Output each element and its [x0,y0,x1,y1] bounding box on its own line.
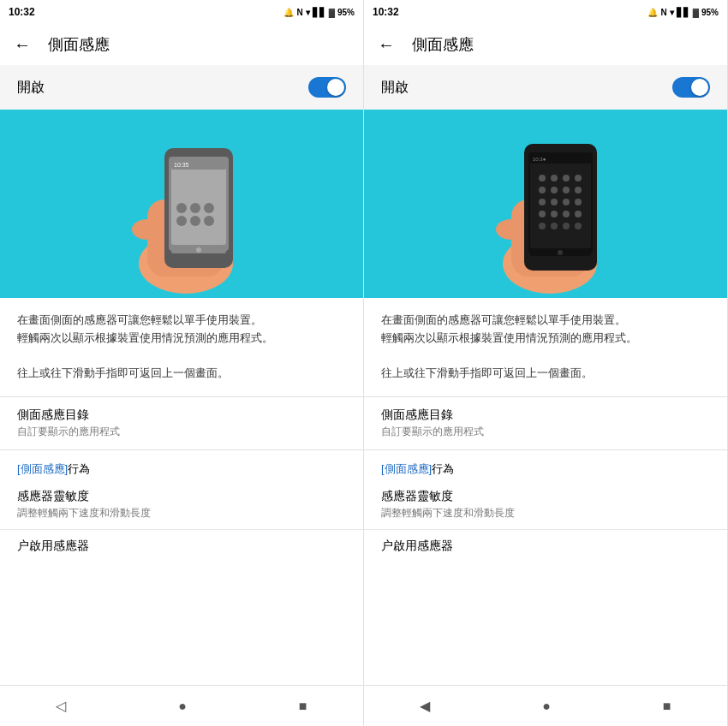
battery-pct-left: 95% [337,8,355,17]
svg-point-42 [551,223,558,229]
svg-point-31 [563,187,570,193]
menu-item-title-right: 側面感應目錄 [381,408,710,423]
nav-home-right[interactable]: ● [525,692,568,721]
signal-icon-r: ▋▋ [677,8,690,17]
svg-point-33 [539,199,546,205]
nav-recent-right[interactable]: ■ [646,692,689,721]
sensitivity-title-right: 感應器靈敏度 [381,489,710,504]
svg-point-25 [539,175,546,182]
nfc-icon: N [296,8,302,17]
toggle-row-right: 開啟 [364,65,727,110]
top-bar-right: ← 側面感應 [364,24,727,65]
top-bar-left: ← 側面感應 [0,24,363,65]
svg-point-29 [539,187,546,193]
desc-line1-left: 在畫面側面的感應器可讓您輕鬆以單手使用裝置。 [17,312,346,330]
svg-point-11 [176,216,187,226]
nav-back-right[interactable]: ◀ [403,691,447,721]
illustration-right: 10:3● [364,110,727,298]
toggle-label-right: 開啟 [381,79,409,97]
nav-back-left[interactable]: ◁ [39,691,83,721]
status-bar-left: 10:32 🔔 N ▾ ▋▋ ▓ 95% [0,0,363,24]
svg-point-13 [204,216,214,226]
svg-point-36 [575,199,582,205]
svg-point-27 [563,175,570,182]
wifi-icon-r: ▾ [670,8,674,17]
battery-pct-right: 95% [701,8,719,17]
svg-point-26 [551,175,558,182]
menu-item-catalog-right[interactable]: 側面感應目錄 自訂要顯示的應用程式 [364,396,727,449]
status-bar-right: 10:32 🔔 N ▾ ▋▋ ▓ 95% [364,0,727,24]
svg-point-39 [563,211,570,217]
description-left: 在畫面側面的感應器可讓您輕鬆以單手使用裝置。 輕觸兩次以顯示根據裝置使用情況預測… [0,298,363,396]
wifi-icon: ▾ [306,8,310,17]
link-normal-left: 行為 [68,462,90,475]
svg-point-15 [196,247,201,253]
toggle-switch-left[interactable] [308,77,346,98]
svg-rect-16 [233,191,237,217]
svg-point-35 [563,199,570,205]
sensitivity-item-left[interactable]: 感應器靈敏度 調整輕觸兩下速度和滑動長度 [0,480,363,529]
svg-point-9 [190,203,200,213]
toggle-row-left: 開啟 [0,65,363,110]
phone-illustration-right: 10:3● [460,114,631,294]
desc-line4-right: 往上或往下滑動手指即可返回上一個畫面。 [381,365,710,383]
link-normal-right: 行為 [432,462,454,475]
illustration-left: 10:35 [0,110,363,298]
svg-point-41 [539,223,546,229]
battery-icon: ▓ [329,8,335,17]
notification-icon: 🔔 [283,8,294,17]
svg-point-44 [575,223,582,229]
sensitivity-item-right[interactable]: 感應器靈敏度 調整輕觸兩下速度和滑動長度 [364,480,727,529]
svg-point-10 [204,203,214,213]
status-icons-left: 🔔 N ▾ ▋▋ ▓ 95% [283,8,355,17]
toggle-switch-right[interactable] [672,77,710,98]
sensitivity-title-left: 感應器靈敏度 [17,489,346,504]
svg-text:10:3●: 10:3● [533,157,546,162]
enable-item-left[interactable]: 户啟用感應器 [0,529,363,562]
link-blue-left[interactable]: [側面感應] [17,462,68,475]
bottom-nav-right: ◀ ● ■ [364,685,727,726]
link-section-right: [側面感應]行為 [364,449,727,480]
svg-point-32 [575,187,582,193]
svg-point-43 [563,223,570,229]
nav-recent-left[interactable]: ■ [282,692,325,721]
right-panel: 10:32 🔔 N ▾ ▋▋ ▓ 95% ← 側面感應 開啟 [364,0,728,726]
enable-item-right[interactable]: 户啟用感應器 [364,529,727,562]
desc-line4-left: 往上或往下滑動手指即可返回上一個畫面。 [17,365,346,383]
description-right: 在畫面側面的感應器可讓您輕鬆以單手使用裝置。 輕觸兩次以顯示根據裝置使用情況預測… [364,298,727,396]
phone-illustration-left: 10:35 [96,114,267,294]
svg-point-40 [575,211,582,217]
menu-item-sub-left: 自訂要顯示的應用程式 [17,425,346,439]
svg-text:10:35: 10:35 [174,162,189,168]
back-button-right[interactable]: ← [378,35,395,55]
svg-point-46 [558,250,563,255]
link-blue-right[interactable]: [側面感應] [381,462,432,475]
status-icons-right: 🔔 N ▾ ▋▋ ▓ 95% [647,8,719,17]
svg-point-30 [551,187,558,193]
svg-point-38 [551,211,558,217]
toggle-label-left: 開啟 [17,79,45,97]
sensitivity-sub-right: 調整輕觸兩下速度和滑動長度 [381,506,710,521]
page-title-right: 側面感應 [412,34,474,55]
nav-home-left[interactable]: ● [161,692,204,721]
svg-rect-5 [171,159,226,245]
menu-item-sub-right: 自訂要顯示的應用程式 [381,425,710,439]
link-section-left: [側面感應]行為 [0,449,363,480]
menu-item-catalog-left[interactable]: 側面感應目錄 自訂要顯示的應用程式 [0,396,363,449]
signal-icon: ▋▋ [313,8,326,17]
svg-point-19 [496,219,527,240]
enable-title-right: 户啟用感應器 [381,539,710,554]
svg-point-28 [575,175,582,182]
notification-icon-r: 🔔 [647,8,658,17]
svg-point-2 [132,219,163,240]
back-button-left[interactable]: ← [14,35,31,55]
svg-rect-47 [597,189,601,215]
sensitivity-sub-left: 調整輕觸兩下速度和滑動長度 [17,506,346,521]
desc-line1-right: 在畫面側面的感應器可讓您輕鬆以單手使用裝置。 [381,312,710,330]
battery-icon-r: ▓ [693,8,699,17]
desc-line2-right: 輕觸兩次以顯示根據裝置使用情況預測的應用程式。 [381,330,710,348]
enable-title-left: 户啟用感應器 [17,539,346,554]
svg-point-34 [551,199,558,205]
page-title-left: 側面感應 [48,34,110,55]
left-panel: 10:32 🔔 N ▾ ▋▋ ▓ 95% ← 側面感應 開啟 [0,0,364,726]
